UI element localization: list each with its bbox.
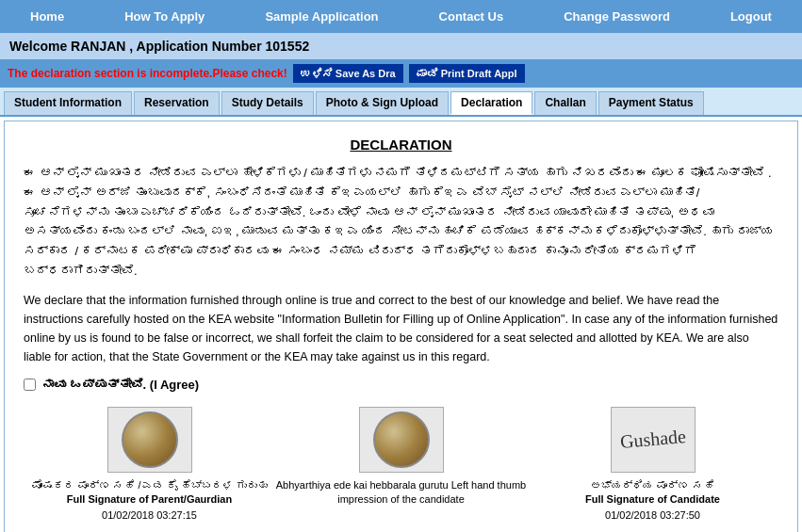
- declaration-warning: The declaration section is incomplete.Pl…: [8, 67, 287, 80]
- nav-home[interactable]: Home: [23, 8, 72, 25]
- candidate-cursive-sig: Gushade: [619, 426, 687, 453]
- save-draft-button[interactable]: ಉಳಿಸಿ Save As Dra: [293, 64, 403, 83]
- tab-photo-sign-upload[interactable]: Photo & Sign Upload: [316, 91, 449, 115]
- tab-declaration[interactable]: Declaration: [450, 91, 532, 115]
- agree-row: ನಾವು ಒಪ್ಪುತ್ತೇವೆ. (I Agree): [24, 378, 778, 392]
- candidate-signature-block: Gushade ಅಭ್ಯರ್ಥಿಯ ಪೂರ್ಣ ಸಹಿ Full Signatu…: [527, 407, 778, 521]
- candidate-signature-image: Gushade: [611, 407, 696, 473]
- tab-reservation[interactable]: Reservation: [134, 91, 220, 115]
- nav-change-password[interactable]: Change Password: [556, 8, 678, 25]
- tabs-bar: Student Information Reservation Study De…: [0, 88, 802, 117]
- nav-contact-us[interactable]: Contact Us: [432, 8, 512, 25]
- parent-sig-date: 01/02/2018 03:27:15: [24, 509, 275, 521]
- action-bar: The declaration section is incomplete.Pl…: [0, 59, 802, 88]
- tab-challan[interactable]: Challan: [534, 91, 596, 115]
- parent-sig-label-kannada: ಪೋಷಕರ ಪೂರ್ಣ ಸಹಿ /ಎಡ ಕೈ ಹೆಬ್ಬರಳ ಗುರುತು: [24, 478, 275, 492]
- print-draft-button[interactable]: ಮಾಡಿ Print Draft Appl: [409, 64, 525, 83]
- nav-logout[interactable]: Logout: [723, 8, 779, 25]
- declaration-title: DECLARATION: [24, 137, 778, 153]
- thumb-coin-icon: [373, 411, 430, 468]
- candidate-sig-label-kannada: ಅಭ್ಯರ್ಥಿಯ ಪೂರ್ಣ ಸಹಿ: [527, 478, 778, 492]
- thumb-impression-block: Abhyarthiya ede kai hebbarala gurutu Lef…: [275, 407, 527, 508]
- thumb-impression-image: [359, 407, 444, 473]
- tab-study-details[interactable]: Study Details: [221, 91, 314, 115]
- kannada-declaration-text: ಈ ಆನ್ ಲೈನ್ ಮುಖಾಂತರ ನೀಡಿರುವ ಎಲ್ಲಾ ಹೇಳಿಕೆಗ…: [24, 164, 778, 282]
- candidate-sig-label-english: Full Signature of Candidate: [527, 492, 778, 507]
- nav-how-to-apply[interactable]: How To Apply: [117, 8, 212, 25]
- parent-signature-block: ಪೋಷಕರ ಪೂರ್ಣ ಸಹಿ /ಎಡ ಕೈ ಹೆಬ್ಬರಳ ಗುರುತು Fu…: [24, 407, 275, 521]
- candidate-sig-date: 01/02/2018 03:27:50: [527, 509, 778, 521]
- english-declaration-text: We declare that the information furnishe…: [24, 291, 778, 366]
- thumb-sig-label: Abhyarthiya ede kai hebbarala gurutu Lef…: [275, 478, 527, 508]
- tab-student-information[interactable]: Student Information: [4, 91, 132, 115]
- parent-sig-label-english: Full Signature of Parent/Gaurdian: [24, 492, 275, 507]
- agree-checkbox[interactable]: [24, 379, 36, 391]
- welcome-bar: Welcome RANJAN , Application Number 1015…: [0, 33, 802, 59]
- nav-sample-application[interactable]: Sample Application: [257, 8, 385, 25]
- agree-label: ನಾವು ಒಪ್ಪುತ್ತೇವೆ. (I Agree): [41, 378, 199, 392]
- parent-signature-image: [107, 407, 192, 473]
- signatures-section: ಪೋಷಕರ ಪೂರ್ಣ ಸಹಿ /ಎಡ ಕೈ ಹೆಬ್ಬರಳ ಗುರುತು Fu…: [24, 407, 778, 521]
- parent-coin-icon: [122, 411, 178, 468]
- welcome-text: Welcome RANJAN , Application Number 1015…: [9, 39, 309, 54]
- content-area: DECLARATION ಈ ಆನ್ ಲೈನ್ ಮುಖಾಂತರ ನೀಡಿರುವ ಎ…: [4, 121, 798, 532]
- nav-bar: Home How To Apply Sample Application Con…: [0, 0, 802, 33]
- tab-payment-status[interactable]: Payment Status: [598, 91, 704, 115]
